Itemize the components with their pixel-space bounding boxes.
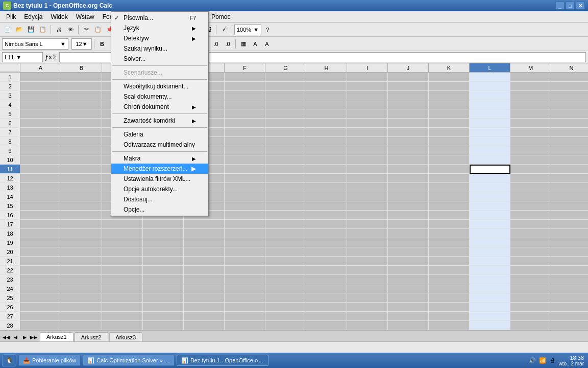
cell-G3[interactable] bbox=[265, 91, 306, 100]
cell-N15[interactable] bbox=[551, 201, 588, 211]
border-button[interactable]: ▦ bbox=[238, 38, 249, 50]
col-header-m[interactable]: M bbox=[510, 63, 551, 72]
cell-J1[interactable] bbox=[388, 73, 429, 82]
cell-N9[interactable] bbox=[551, 146, 588, 155]
cell-L1[interactable] bbox=[470, 73, 510, 82]
cell-M25[interactable] bbox=[510, 293, 551, 303]
cell-H15[interactable] bbox=[306, 201, 347, 211]
cell-N25[interactable] bbox=[551, 293, 588, 303]
cell-I1[interactable] bbox=[347, 73, 388, 82]
cell-G15[interactable] bbox=[265, 201, 306, 211]
cell-N5[interactable] bbox=[551, 109, 588, 119]
cell-H8[interactable] bbox=[306, 137, 347, 146]
cell-L18[interactable] bbox=[470, 229, 510, 238]
cell-L13[interactable] bbox=[470, 183, 510, 192]
cell-F27[interactable] bbox=[225, 312, 265, 321]
cell-E22[interactable] bbox=[184, 266, 225, 275]
row-header-7[interactable]: 7 bbox=[0, 128, 20, 137]
cell-H10[interactable] bbox=[306, 155, 347, 165]
cell-N3[interactable] bbox=[551, 91, 588, 100]
cell-I20[interactable] bbox=[347, 247, 388, 257]
zoom-dropdown[interactable]: 100% ▼ bbox=[234, 24, 261, 35]
cell-J24[interactable] bbox=[388, 284, 429, 293]
cell-K26[interactable] bbox=[429, 303, 470, 312]
cell-I6[interactable] bbox=[347, 119, 388, 128]
cell-B16[interactable] bbox=[61, 211, 102, 220]
cell-L5[interactable] bbox=[470, 109, 510, 119]
cell-H6[interactable] bbox=[306, 119, 347, 128]
cell-K11[interactable] bbox=[429, 165, 470, 174]
cell-N26[interactable] bbox=[551, 303, 588, 312]
cell-D24[interactable] bbox=[143, 284, 184, 293]
cell-G12[interactable] bbox=[265, 174, 306, 183]
cell-K13[interactable] bbox=[429, 183, 470, 192]
cell-A10[interactable] bbox=[20, 155, 61, 165]
cell-M19[interactable] bbox=[510, 238, 551, 247]
cell-N19[interactable] bbox=[551, 238, 588, 247]
cell-E28[interactable] bbox=[184, 321, 225, 330]
sound-icon[interactable]: 🔊 bbox=[528, 356, 536, 364]
cell-I22[interactable] bbox=[347, 266, 388, 275]
cell-C23[interactable] bbox=[102, 275, 143, 284]
col-header-k[interactable]: K bbox=[429, 63, 470, 72]
cell-N6[interactable] bbox=[551, 119, 588, 128]
cell-K9[interactable] bbox=[429, 146, 470, 155]
cell-A15[interactable] bbox=[20, 201, 61, 211]
cell-G6[interactable] bbox=[265, 119, 306, 128]
row-header-5[interactable]: 5 bbox=[0, 109, 20, 119]
menu-opcje[interactable]: Opcje... bbox=[111, 204, 208, 215]
cell-A28[interactable] bbox=[20, 321, 61, 330]
cell-F23[interactable] bbox=[225, 275, 265, 284]
cell-F1[interactable] bbox=[225, 73, 265, 82]
cell-M8[interactable] bbox=[510, 137, 551, 146]
cell-K24[interactable] bbox=[429, 284, 470, 293]
menu-pisownia[interactable]: ✓ Pisownia... F7 bbox=[111, 13, 208, 23]
minimize-button[interactable]: _ bbox=[555, 2, 565, 10]
row-header-27[interactable]: 27 bbox=[0, 312, 20, 321]
cell-B15[interactable] bbox=[61, 201, 102, 211]
cell-B25[interactable] bbox=[61, 293, 102, 303]
cell-B3[interactable] bbox=[61, 91, 102, 100]
cell-K15[interactable] bbox=[429, 201, 470, 211]
row-header-15[interactable]: 15 bbox=[0, 201, 20, 211]
menu-edycja[interactable]: Edycja bbox=[20, 12, 46, 21]
cell-L12[interactable] bbox=[470, 174, 510, 183]
row-header-16[interactable]: 16 bbox=[0, 211, 20, 220]
cell-N11[interactable] bbox=[551, 165, 588, 174]
close-button[interactable]: ✕ bbox=[576, 2, 585, 10]
cell-L17[interactable] bbox=[470, 220, 510, 229]
row-header-19[interactable]: 19 bbox=[0, 238, 20, 247]
cell-E26[interactable] bbox=[184, 303, 225, 312]
menu-makra[interactable]: Makra ▶ bbox=[111, 153, 208, 164]
cell-B20[interactable] bbox=[61, 247, 102, 257]
cell-B8[interactable] bbox=[61, 137, 102, 146]
cell-H13[interactable] bbox=[306, 183, 347, 192]
cell-L3[interactable] bbox=[470, 91, 510, 100]
cell-M17[interactable] bbox=[510, 220, 551, 229]
cell-G19[interactable] bbox=[265, 238, 306, 247]
cell-G28[interactable] bbox=[265, 321, 306, 330]
cell-F16[interactable] bbox=[225, 211, 265, 220]
cell-B9[interactable] bbox=[61, 146, 102, 155]
cell-N17[interactable] bbox=[551, 220, 588, 229]
cell-I27[interactable] bbox=[347, 312, 388, 321]
cell-L25[interactable] bbox=[470, 293, 510, 303]
cell-A6[interactable] bbox=[20, 119, 61, 128]
menu-solver[interactable]: Solver... bbox=[111, 54, 208, 64]
cell-J19[interactable] bbox=[388, 238, 429, 247]
cell-H24[interactable] bbox=[306, 284, 347, 293]
cell-M22[interactable] bbox=[510, 266, 551, 275]
cell-F14[interactable] bbox=[225, 192, 265, 201]
cell-C19[interactable] bbox=[102, 238, 143, 247]
sheet-tab-arkusz3[interactable]: Arkusz3 bbox=[109, 332, 143, 341]
cell-B4[interactable] bbox=[61, 100, 102, 109]
cell-G20[interactable] bbox=[265, 247, 306, 257]
save-button[interactable]: 💾 bbox=[26, 24, 37, 35]
help-button[interactable]: ? bbox=[262, 24, 273, 35]
cell-H21[interactable] bbox=[306, 257, 347, 266]
cell-F18[interactable] bbox=[225, 229, 265, 238]
cell-B22[interactable] bbox=[61, 266, 102, 275]
cell-B5[interactable] bbox=[61, 109, 102, 119]
cell-G11[interactable] bbox=[265, 165, 306, 174]
cell-N20[interactable] bbox=[551, 247, 588, 257]
